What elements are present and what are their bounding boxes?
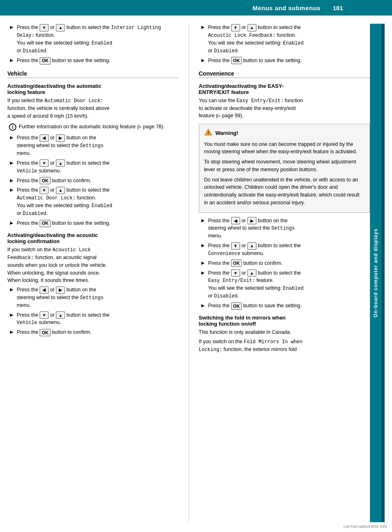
left-intro-bullet-1-text: Press the ▼ or ▲ button to select the In… [17, 24, 179, 55]
easy-entry-bullet-2-text: Press the ▼ or ▲ button to select the Co… [208, 242, 301, 257]
bullet-arrow-icon: ► [200, 302, 206, 308]
watermark: carmanualsonline.info [343, 524, 387, 529]
warning-para-2: To stop steering wheel movement, move st… [204, 158, 365, 174]
bullet-arrow-icon: ► [9, 312, 14, 318]
bullet-arrow-icon: ► [200, 242, 206, 248]
down-btn: ▼ [40, 311, 49, 319]
warning-icon: ! [204, 128, 212, 136]
bullet-arrow-icon: ► [9, 57, 14, 63]
right-intro-bullet-2-text: Press the OK button to save the setting. [208, 57, 301, 65]
auto-lock-bullet-2: ► Press the ▼ or ▲ button to select the … [9, 159, 179, 175]
right-intro-bullet-2: ► Press the OK button to save the settin… [200, 57, 370, 65]
bullet-arrow-icon: ► [9, 220, 14, 226]
convenience-heading: Convenience [199, 70, 370, 78]
easy-entry-bullet-5: ► Press the OK button to save the settin… [200, 302, 370, 310]
auto-lock-heading: Activating/deactivating the automaticloc… [7, 83, 179, 95]
left-btn: ◀ [40, 286, 49, 294]
auto-lock-bullet-3-text: Press the OK button to confirm. [17, 177, 91, 185]
bullet-arrow-icon: ► [9, 329, 14, 335]
up-btn: ▲ [56, 24, 65, 31]
right-column: ► Press the ▼ or ▲ button to select the … [189, 24, 370, 522]
acoustic-bullet-2: ► Press the ▼ or ▲ button to select the … [9, 311, 179, 327]
auto-lock-bullet-5: ► Press the OK button to save the settin… [9, 219, 179, 227]
up-btn: ▲ [56, 187, 65, 194]
warning-label: Warning! [216, 129, 238, 137]
bullet-arrow-icon: ► [9, 160, 14, 166]
auto-lock-bullet-1: ► Press the ◀ or ▶ button on the steerin… [9, 134, 179, 157]
left-intro-bullet-2: ► Press the OK button to save the settin… [9, 57, 179, 65]
acoustic-bullet-2-text: Press the ▼ or ▲ button to select the Ve… [17, 311, 109, 327]
ok-btn: OK [40, 329, 51, 336]
easy-entry-bullet-4-text: Press the ▼ or ▲ button to select the Ea… [208, 269, 303, 300]
acoustic-lock-heading: Activating/deactivating the acousticlock… [7, 232, 179, 244]
auto-lock-bullet-3: ► Press the OK button to confirm. [9, 177, 179, 185]
info-block: i Further information on the automatic l… [9, 123, 179, 131]
right-btn: ▶ [56, 286, 65, 294]
easy-entry-bullet-5-text: Press the OK button to save the setting. [208, 302, 301, 310]
auto-lock-bullet-4-text: Press the ▼ or ▲ button to select the Au… [17, 186, 112, 217]
ok-btn: OK [231, 302, 242, 310]
right-btn: ▶ [56, 134, 65, 142]
bullet-arrow-icon: ► [9, 187, 14, 193]
down-btn: ▼ [40, 187, 49, 194]
header-title: Menus and submenus [252, 4, 321, 11]
up-btn: ▲ [247, 24, 256, 31]
side-tab-label: On-board computer and displays [373, 228, 379, 317]
left-column: ► Press the ▼ or ▲ button to select the … [7, 24, 189, 522]
easy-entry-heading: Activating/deactivating the EASY-ENTRY/E… [199, 83, 370, 95]
ok-btn: OK [231, 259, 242, 267]
bullet-arrow-icon: ► [9, 134, 14, 141]
down-btn: ▼ [231, 242, 240, 250]
main-layout: ► Press the ▼ or ▲ button to select the … [0, 16, 392, 530]
left-btn: ◀ [231, 217, 240, 224]
content-area: ► Press the ▼ or ▲ button to select the … [0, 16, 392, 530]
auto-lock-bullet-2-text: Press the ▼ or ▲ button to select the Ve… [17, 159, 109, 175]
easy-entry-bullet-4: ► Press the ▼ or ▲ button to select the … [200, 269, 370, 300]
up-btn: ▲ [247, 269, 256, 277]
easy-entry-body: You can use the Easy Entry/Exit: functio… [199, 97, 370, 120]
side-tab: On-board computer and displays [370, 24, 381, 522]
right-intro-bullets: ► Press the ▼ or ▲ button to select the … [199, 24, 370, 65]
down-btn: ▼ [231, 269, 240, 277]
ok-btn: OK [40, 220, 51, 227]
up-btn: ▲ [247, 242, 256, 250]
bullet-arrow-icon: ► [200, 270, 206, 276]
bullet-arrow-icon: ► [200, 217, 206, 224]
warning-para-1: You must make sure no one can become tra… [204, 141, 365, 156]
ok-btn: OK [231, 57, 242, 64]
page-number: 181 [333, 4, 343, 11]
right-intro-bullet-1-text: Press the ▼ or ▲ button to select the Ac… [208, 24, 303, 55]
warning-box: ! Warning! You must make sure no one can… [199, 124, 370, 213]
up-btn: ▲ [56, 159, 65, 167]
left-btn: ◀ [40, 134, 49, 142]
acoustic-bullet-3-text: Press the OK button to confirm. [17, 329, 91, 336]
auto-lock-bullet-5-text: Press the OK button to save the setting. [17, 219, 110, 227]
svg-text:!: ! [207, 130, 209, 135]
auto-lock-bullet-4: ► Press the ▼ or ▲ button to select the … [9, 186, 179, 217]
fold-mirrors-heading: Switching the fold in mirrors whenlockin… [199, 315, 370, 327]
easy-entry-bullet-1: ► Press the ◀ or ▶ button on the steerin… [200, 217, 370, 240]
info-text: Further information on the automatic loc… [19, 123, 165, 131]
auto-lock-body: If you select the Automatic Door Lock: f… [7, 97, 179, 120]
down-btn: ▼ [40, 24, 49, 31]
acoustic-bullet-1-text: Press the ◀ or ▶ button on the steering … [17, 286, 104, 309]
bullet-arrow-icon: ► [200, 260, 206, 266]
acoustic-bullet-1: ► Press the ◀ or ▶ button on the steerin… [9, 286, 179, 309]
bullet-arrow-icon: ► [9, 286, 14, 293]
info-icon: i [9, 123, 16, 131]
fold-mirrors-body-2: If you switch on the Fold Mirrors In whe… [199, 338, 370, 353]
vehicle-heading: Vehicle [7, 70, 179, 78]
auto-lock-bullet-1-text: Press the ◀ or ▶ button on the steering … [17, 134, 104, 157]
down-btn: ▼ [231, 24, 240, 31]
header-bar: Menus and submenus 181 [0, 0, 392, 16]
easy-entry-bullet-3-text: Press the OK button to confirm. [208, 259, 283, 267]
bullet-arrow-icon: ► [9, 24, 14, 30]
right-btn: ▶ [247, 217, 256, 224]
easy-entry-bullet-2: ► Press the ▼ or ▲ button to select the … [200, 242, 370, 257]
easy-entry-bullet-1-text: Press the ◀ or ▶ button on the steering … [208, 217, 295, 240]
blue-accent-bar [381, 24, 385, 522]
left-intro-bullets: ► Press the ▼ or ▲ button to select the … [7, 24, 179, 65]
up-btn: ▲ [56, 311, 65, 319]
bullet-arrow-icon: ► [200, 57, 206, 63]
fold-mirrors-body-1: This function is only available in Canad… [199, 329, 370, 336]
